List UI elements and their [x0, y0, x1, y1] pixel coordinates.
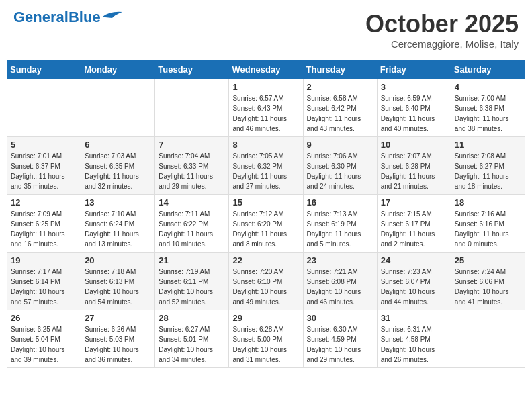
day-number: 24: [381, 255, 447, 265]
day-number: 1: [232, 82, 299, 92]
day-number: 6: [85, 140, 151, 150]
month-title: October 2025: [365, 10, 519, 38]
day-number: 17: [381, 197, 447, 208]
day-info: Sunrise: 6:57 AM Sunset: 6:43 PM Dayligh…: [232, 93, 299, 134]
calendar-week-2: 5Sunrise: 7:01 AM Sunset: 6:37 PM Daylig…: [7, 137, 525, 195]
weekday-header-wednesday: Wednesday: [229, 60, 303, 79]
calendar-cell: 12Sunrise: 7:09 AM Sunset: 6:25 PM Dayli…: [7, 195, 81, 253]
logo-icon: [102, 11, 122, 19]
day-number: 26: [11, 313, 77, 323]
location-subtitle: Cercemaggiore, Molise, Italy: [365, 38, 519, 50]
calendar-cell: 20Sunrise: 7:18 AM Sunset: 6:13 PM Dayli…: [81, 253, 155, 310]
calendar-cell: [155, 79, 229, 137]
page-header: GeneralBlue October 2025 Cercemaggiore, …: [7, 7, 525, 53]
calendar-cell: 21Sunrise: 7:19 AM Sunset: 6:11 PM Dayli…: [155, 253, 229, 310]
calendar-cell: 4Sunrise: 7:00 AM Sunset: 6:38 PM Daylig…: [451, 79, 525, 137]
day-info: Sunrise: 6:26 AM Sunset: 5:03 PM Dayligh…: [85, 324, 151, 365]
day-info: Sunrise: 6:28 AM Sunset: 5:00 PM Dayligh…: [232, 324, 299, 365]
day-number: 25: [455, 255, 521, 265]
logo: GeneralBlue: [13, 10, 122, 25]
day-info: Sunrise: 7:08 AM Sunset: 6:27 PM Dayligh…: [455, 151, 521, 191]
day-number: 3: [381, 82, 447, 92]
day-info: Sunrise: 7:24 AM Sunset: 6:06 PM Dayligh…: [455, 267, 521, 307]
calendar-cell: 1Sunrise: 6:57 AM Sunset: 6:43 PM Daylig…: [229, 79, 303, 137]
day-number: 11: [455, 140, 521, 150]
day-number: 4: [455, 82, 521, 92]
day-info: Sunrise: 7:21 AM Sunset: 6:08 PM Dayligh…: [307, 267, 373, 307]
calendar-week-4: 19Sunrise: 7:17 AM Sunset: 6:14 PM Dayli…: [7, 253, 525, 310]
calendar-cell: 28Sunrise: 6:27 AM Sunset: 5:01 PM Dayli…: [155, 310, 229, 368]
calendar-cell: 6Sunrise: 7:03 AM Sunset: 6:35 PM Daylig…: [81, 137, 155, 195]
calendar-cell: [451, 310, 525, 368]
day-info: Sunrise: 7:15 AM Sunset: 6:17 PM Dayligh…: [381, 209, 447, 249]
calendar-cell: 14Sunrise: 7:11 AM Sunset: 6:22 PM Dayli…: [155, 195, 229, 253]
day-number: 14: [159, 197, 225, 208]
calendar-cell: 31Sunrise: 6:31 AM Sunset: 4:58 PM Dayli…: [377, 310, 451, 368]
day-info: Sunrise: 7:17 AM Sunset: 6:14 PM Dayligh…: [11, 267, 77, 307]
day-info: Sunrise: 7:09 AM Sunset: 6:25 PM Dayligh…: [11, 209, 77, 249]
day-number: 20: [85, 255, 151, 265]
day-number: 9: [307, 140, 373, 150]
weekday-header-monday: Monday: [81, 60, 155, 79]
day-info: Sunrise: 6:31 AM Sunset: 4:58 PM Dayligh…: [381, 324, 447, 365]
calendar-cell: 3Sunrise: 6:59 AM Sunset: 6:40 PM Daylig…: [377, 79, 451, 137]
calendar-cell: 19Sunrise: 7:17 AM Sunset: 6:14 PM Dayli…: [7, 253, 81, 310]
day-info: Sunrise: 6:30 AM Sunset: 4:59 PM Dayligh…: [307, 324, 373, 365]
weekday-header-friday: Friday: [377, 60, 451, 79]
calendar-cell: [7, 79, 81, 137]
day-number: 31: [381, 313, 447, 323]
calendar-cell: 5Sunrise: 7:01 AM Sunset: 6:37 PM Daylig…: [7, 137, 81, 195]
day-info: Sunrise: 7:18 AM Sunset: 6:13 PM Dayligh…: [85, 267, 151, 307]
day-info: Sunrise: 7:12 AM Sunset: 6:20 PM Dayligh…: [232, 209, 299, 249]
day-info: Sunrise: 7:16 AM Sunset: 6:16 PM Dayligh…: [455, 209, 521, 249]
logo-text: GeneralBlue: [13, 10, 101, 25]
calendar-cell: 15Sunrise: 7:12 AM Sunset: 6:20 PM Dayli…: [229, 195, 303, 253]
weekday-header-saturday: Saturday: [451, 60, 525, 79]
calendar-cell: 29Sunrise: 6:28 AM Sunset: 5:00 PM Dayli…: [229, 310, 303, 368]
day-number: 13: [85, 197, 151, 208]
calendar-cell: 2Sunrise: 6:58 AM Sunset: 6:42 PM Daylig…: [303, 79, 377, 137]
day-info: Sunrise: 7:05 AM Sunset: 6:32 PM Dayligh…: [232, 151, 299, 191]
calendar-table: SundayMondayTuesdayWednesdayThursdayFrid…: [7, 60, 525, 368]
calendar-cell: 18Sunrise: 7:16 AM Sunset: 6:16 PM Dayli…: [451, 195, 525, 253]
calendar-cell: 25Sunrise: 7:24 AM Sunset: 6:06 PM Dayli…: [451, 253, 525, 310]
day-info: Sunrise: 7:19 AM Sunset: 6:11 PM Dayligh…: [159, 267, 225, 307]
day-number: 27: [85, 313, 151, 323]
calendar-cell: 9Sunrise: 7:06 AM Sunset: 6:30 PM Daylig…: [303, 137, 377, 195]
calendar-cell: 16Sunrise: 7:13 AM Sunset: 6:19 PM Dayli…: [303, 195, 377, 253]
weekday-header-thursday: Thursday: [303, 60, 377, 79]
calendar-cell: 10Sunrise: 7:07 AM Sunset: 6:28 PM Dayli…: [377, 137, 451, 195]
day-info: Sunrise: 7:07 AM Sunset: 6:28 PM Dayligh…: [381, 151, 447, 191]
calendar-cell: 13Sunrise: 7:10 AM Sunset: 6:24 PM Dayli…: [81, 195, 155, 253]
day-number: 15: [232, 197, 299, 208]
calendar-cell: 11Sunrise: 7:08 AM Sunset: 6:27 PM Dayli…: [451, 137, 525, 195]
calendar-cell: 17Sunrise: 7:15 AM Sunset: 6:17 PM Dayli…: [377, 195, 451, 253]
day-info: Sunrise: 6:27 AM Sunset: 5:01 PM Dayligh…: [159, 324, 225, 365]
day-number: 16: [307, 197, 373, 208]
day-info: Sunrise: 7:01 AM Sunset: 6:37 PM Dayligh…: [11, 151, 77, 191]
calendar-cell: 23Sunrise: 7:21 AM Sunset: 6:08 PM Dayli…: [303, 253, 377, 310]
calendar-cell: 27Sunrise: 6:26 AM Sunset: 5:03 PM Dayli…: [81, 310, 155, 368]
calendar-cell: [81, 79, 155, 137]
day-number: 10: [381, 140, 447, 150]
day-number: 23: [307, 255, 373, 265]
title-section: October 2025 Cercemaggiore, Molise, Ital…: [365, 10, 519, 50]
day-info: Sunrise: 7:00 AM Sunset: 6:38 PM Dayligh…: [455, 93, 521, 134]
day-info: Sunrise: 7:04 AM Sunset: 6:33 PM Dayligh…: [159, 151, 225, 191]
day-number: 29: [232, 313, 299, 323]
day-number: 12: [11, 197, 77, 208]
day-number: 30: [307, 313, 373, 323]
day-number: 2: [307, 82, 373, 92]
day-info: Sunrise: 7:11 AM Sunset: 6:22 PM Dayligh…: [159, 209, 225, 249]
day-number: 7: [159, 140, 225, 150]
calendar-week-1: 1Sunrise: 6:57 AM Sunset: 6:43 PM Daylig…: [7, 79, 525, 137]
day-info: Sunrise: 7:23 AM Sunset: 6:07 PM Dayligh…: [381, 267, 447, 307]
calendar-cell: 8Sunrise: 7:05 AM Sunset: 6:32 PM Daylig…: [229, 137, 303, 195]
day-number: 18: [455, 197, 521, 208]
day-info: Sunrise: 6:25 AM Sunset: 5:04 PM Dayligh…: [11, 324, 77, 365]
day-number: 28: [159, 313, 225, 323]
calendar-cell: 26Sunrise: 6:25 AM Sunset: 5:04 PM Dayli…: [7, 310, 81, 368]
calendar-cell: 22Sunrise: 7:20 AM Sunset: 6:10 PM Dayli…: [229, 253, 303, 310]
day-number: 21: [159, 255, 225, 265]
weekday-header-tuesday: Tuesday: [155, 60, 229, 79]
